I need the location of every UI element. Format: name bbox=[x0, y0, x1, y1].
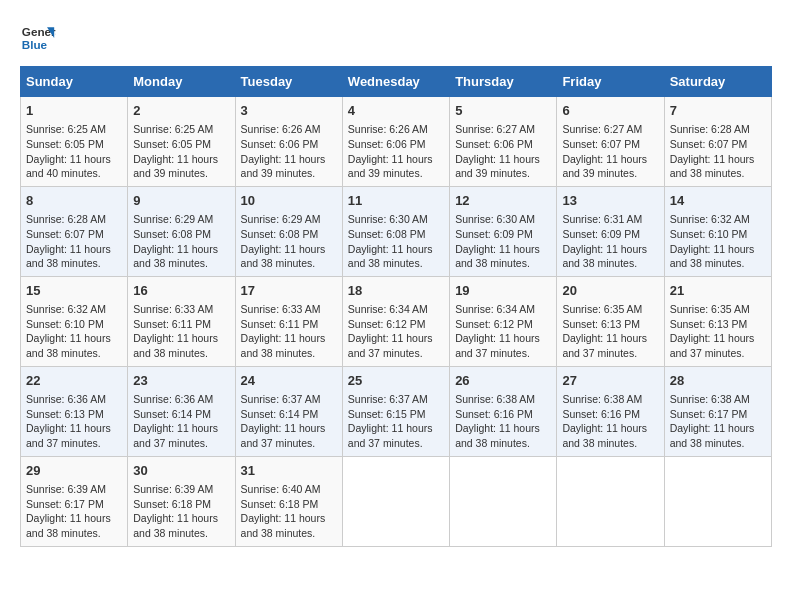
day-info: and 38 minutes. bbox=[26, 256, 122, 271]
day-info: Daylight: 11 hours bbox=[670, 421, 766, 436]
day-info: and 39 minutes. bbox=[562, 166, 658, 181]
day-info: Sunrise: 6:27 AM bbox=[455, 122, 551, 137]
day-info: and 38 minutes. bbox=[133, 346, 229, 361]
calendar-cell: 28Sunrise: 6:38 AMSunset: 6:17 PMDayligh… bbox=[664, 366, 771, 456]
calendar-cell: 31Sunrise: 6:40 AMSunset: 6:18 PMDayligh… bbox=[235, 456, 342, 546]
day-info: Daylight: 11 hours bbox=[241, 242, 337, 257]
day-info: Sunset: 6:18 PM bbox=[241, 497, 337, 512]
day-number: 23 bbox=[133, 372, 229, 390]
day-info: and 39 minutes. bbox=[455, 166, 551, 181]
calendar-cell: 8Sunrise: 6:28 AMSunset: 6:07 PMDaylight… bbox=[21, 186, 128, 276]
day-number: 11 bbox=[348, 192, 444, 210]
calendar-cell bbox=[664, 456, 771, 546]
calendar-cell: 1Sunrise: 6:25 AMSunset: 6:05 PMDaylight… bbox=[21, 97, 128, 187]
calendar-cell: 22Sunrise: 6:36 AMSunset: 6:13 PMDayligh… bbox=[21, 366, 128, 456]
calendar-cell: 20Sunrise: 6:35 AMSunset: 6:13 PMDayligh… bbox=[557, 276, 664, 366]
day-info: Daylight: 11 hours bbox=[562, 331, 658, 346]
day-number: 28 bbox=[670, 372, 766, 390]
day-info: Sunset: 6:10 PM bbox=[670, 227, 766, 242]
day-info: Sunset: 6:17 PM bbox=[26, 497, 122, 512]
day-number: 1 bbox=[26, 102, 122, 120]
day-info: and 39 minutes. bbox=[348, 166, 444, 181]
svg-text:Blue: Blue bbox=[22, 38, 48, 51]
day-info: Daylight: 11 hours bbox=[26, 421, 122, 436]
day-info: Daylight: 11 hours bbox=[26, 152, 122, 167]
day-info: and 38 minutes. bbox=[133, 256, 229, 271]
col-header-friday: Friday bbox=[557, 67, 664, 97]
day-number: 20 bbox=[562, 282, 658, 300]
day-info: Daylight: 11 hours bbox=[348, 331, 444, 346]
day-info: Sunset: 6:12 PM bbox=[348, 317, 444, 332]
day-info: Daylight: 11 hours bbox=[133, 511, 229, 526]
calendar-header-row: SundayMondayTuesdayWednesdayThursdayFrid… bbox=[21, 67, 772, 97]
day-info: Sunrise: 6:38 AM bbox=[670, 392, 766, 407]
day-number: 18 bbox=[348, 282, 444, 300]
calendar-cell: 29Sunrise: 6:39 AMSunset: 6:17 PMDayligh… bbox=[21, 456, 128, 546]
day-number: 13 bbox=[562, 192, 658, 210]
day-info: Sunrise: 6:29 AM bbox=[133, 212, 229, 227]
day-info: Daylight: 11 hours bbox=[455, 331, 551, 346]
day-info: Daylight: 11 hours bbox=[348, 152, 444, 167]
calendar-cell: 19Sunrise: 6:34 AMSunset: 6:12 PMDayligh… bbox=[450, 276, 557, 366]
day-info: Sunset: 6:08 PM bbox=[133, 227, 229, 242]
day-info: Daylight: 11 hours bbox=[348, 421, 444, 436]
day-info: Sunrise: 6:34 AM bbox=[455, 302, 551, 317]
calendar-cell: 16Sunrise: 6:33 AMSunset: 6:11 PMDayligh… bbox=[128, 276, 235, 366]
day-info: Sunset: 6:05 PM bbox=[26, 137, 122, 152]
col-header-wednesday: Wednesday bbox=[342, 67, 449, 97]
calendar-cell: 11Sunrise: 6:30 AMSunset: 6:08 PMDayligh… bbox=[342, 186, 449, 276]
calendar-cell: 17Sunrise: 6:33 AMSunset: 6:11 PMDayligh… bbox=[235, 276, 342, 366]
calendar-cell: 2Sunrise: 6:25 AMSunset: 6:05 PMDaylight… bbox=[128, 97, 235, 187]
day-info: Sunrise: 6:37 AM bbox=[241, 392, 337, 407]
day-info: Sunrise: 6:31 AM bbox=[562, 212, 658, 227]
calendar-cell: 30Sunrise: 6:39 AMSunset: 6:18 PMDayligh… bbox=[128, 456, 235, 546]
day-info: Sunrise: 6:29 AM bbox=[241, 212, 337, 227]
calendar-cell: 27Sunrise: 6:38 AMSunset: 6:16 PMDayligh… bbox=[557, 366, 664, 456]
day-info: Sunset: 6:07 PM bbox=[562, 137, 658, 152]
day-info: and 38 minutes. bbox=[26, 346, 122, 361]
day-info: Daylight: 11 hours bbox=[562, 152, 658, 167]
day-info: and 38 minutes. bbox=[670, 166, 766, 181]
col-header-monday: Monday bbox=[128, 67, 235, 97]
day-number: 15 bbox=[26, 282, 122, 300]
day-info: Daylight: 11 hours bbox=[455, 242, 551, 257]
calendar-cell: 13Sunrise: 6:31 AMSunset: 6:09 PMDayligh… bbox=[557, 186, 664, 276]
day-info: and 37 minutes. bbox=[133, 436, 229, 451]
day-number: 9 bbox=[133, 192, 229, 210]
day-info: and 37 minutes. bbox=[455, 346, 551, 361]
calendar-cell: 14Sunrise: 6:32 AMSunset: 6:10 PMDayligh… bbox=[664, 186, 771, 276]
day-info: Sunrise: 6:40 AM bbox=[241, 482, 337, 497]
day-info: and 40 minutes. bbox=[26, 166, 122, 181]
page-header: General Blue bbox=[20, 20, 772, 56]
calendar-cell: 23Sunrise: 6:36 AMSunset: 6:14 PMDayligh… bbox=[128, 366, 235, 456]
day-info: Sunset: 6:12 PM bbox=[455, 317, 551, 332]
day-number: 19 bbox=[455, 282, 551, 300]
calendar-cell: 24Sunrise: 6:37 AMSunset: 6:14 PMDayligh… bbox=[235, 366, 342, 456]
day-info: Sunset: 6:07 PM bbox=[26, 227, 122, 242]
day-info: Sunset: 6:13 PM bbox=[562, 317, 658, 332]
calendar-cell: 7Sunrise: 6:28 AMSunset: 6:07 PMDaylight… bbox=[664, 97, 771, 187]
col-header-sunday: Sunday bbox=[21, 67, 128, 97]
day-info: Sunrise: 6:25 AM bbox=[133, 122, 229, 137]
day-info: and 38 minutes. bbox=[562, 436, 658, 451]
calendar-cell: 9Sunrise: 6:29 AMSunset: 6:08 PMDaylight… bbox=[128, 186, 235, 276]
day-info: and 38 minutes. bbox=[133, 526, 229, 541]
day-info: Sunrise: 6:30 AM bbox=[455, 212, 551, 227]
day-info: Sunrise: 6:26 AM bbox=[348, 122, 444, 137]
day-info: Sunset: 6:10 PM bbox=[26, 317, 122, 332]
logo-icon: General Blue bbox=[20, 20, 56, 56]
day-info: Sunrise: 6:32 AM bbox=[26, 302, 122, 317]
day-info: Daylight: 11 hours bbox=[241, 152, 337, 167]
day-info: and 38 minutes. bbox=[26, 526, 122, 541]
calendar-week-row: 8Sunrise: 6:28 AMSunset: 6:07 PMDaylight… bbox=[21, 186, 772, 276]
day-info: Sunrise: 6:33 AM bbox=[133, 302, 229, 317]
calendar-cell: 21Sunrise: 6:35 AMSunset: 6:13 PMDayligh… bbox=[664, 276, 771, 366]
day-info: and 38 minutes. bbox=[241, 346, 337, 361]
day-number: 10 bbox=[241, 192, 337, 210]
calendar-cell: 3Sunrise: 6:26 AMSunset: 6:06 PMDaylight… bbox=[235, 97, 342, 187]
day-info: Sunset: 6:09 PM bbox=[562, 227, 658, 242]
day-info: and 39 minutes. bbox=[241, 166, 337, 181]
day-info: and 38 minutes. bbox=[455, 436, 551, 451]
day-info: Daylight: 11 hours bbox=[26, 331, 122, 346]
day-info: Sunset: 6:08 PM bbox=[241, 227, 337, 242]
